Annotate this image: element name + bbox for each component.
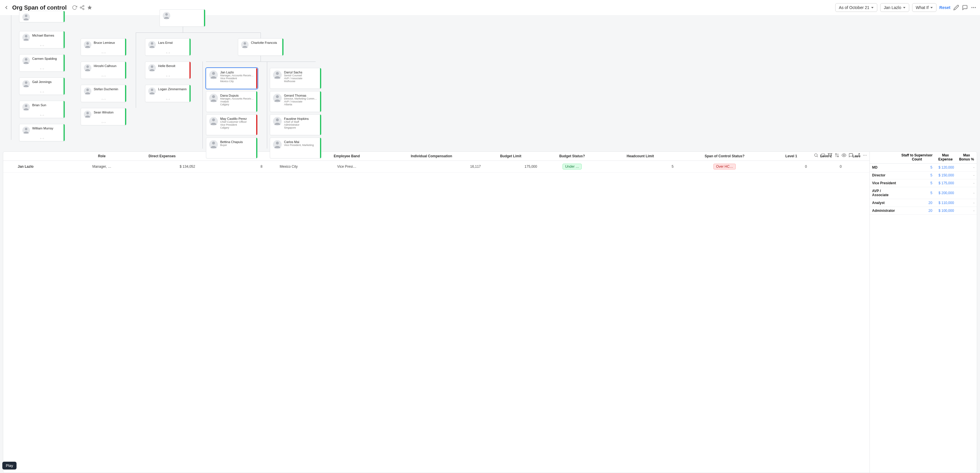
table-cell[interactable]: 0 [774, 161, 808, 173]
status-bar [282, 38, 283, 56]
table-row[interactable]: Vice President 5 $ 175,000 - [870, 179, 977, 187]
status-badge: Over HC… [713, 164, 736, 169]
column-header[interactable]: Max Expense [935, 152, 956, 163]
expand-stub[interactable]: ‹-› [166, 75, 170, 78]
column-header[interactable]: Budget Limit [482, 152, 539, 161]
expand-stub[interactable]: ‹-› [166, 51, 170, 54]
column-header[interactable] [3, 152, 76, 161]
star-icon[interactable] [87, 5, 92, 10]
org-card[interactable]: William Murray ‹-› [19, 124, 65, 141]
table-cell[interactable]: Mexico City [264, 161, 313, 173]
user-picker[interactable]: Jan Lazlo [880, 3, 909, 12]
summary-expense: $ 120,000 [935, 163, 956, 171]
org-card[interactable]: Dana Dupuis Manager, Accounts Receiv…Ana… [206, 91, 258, 112]
table-row[interactable]: Analyst 20 $ 110,000 - [870, 199, 977, 207]
expand-icon[interactable] [856, 153, 860, 158]
org-card[interactable]: Jan Lazlo Manager, Accounts Receiv…Vice … [206, 68, 258, 89]
table-cell[interactable]: 16,117 [380, 161, 482, 173]
org-card[interactable]: Logan Zimmermann ‹-› [145, 85, 191, 102]
expand-stub[interactable]: ‹-› [102, 121, 106, 124]
summary-count: 5 [899, 179, 935, 187]
org-card-role: Vice President, Marketing [284, 143, 313, 147]
org-card[interactable]: Faustine Hopkins Chief of StaffAdministr… [270, 114, 321, 135]
table-cell[interactable]: Vice Presi… [313, 161, 380, 173]
eye-icon[interactable] [842, 153, 846, 158]
edit-icon[interactable] [953, 5, 959, 10]
sort-icon[interactable] [835, 153, 839, 158]
table-row[interactable]: AVP / Associate 5 $ 200,000 - [870, 187, 977, 199]
table-cell[interactable] [843, 161, 869, 173]
org-card[interactable]: Brian Sun ‹-› [19, 101, 65, 118]
org-card-name: Gail Jennings [32, 80, 52, 84]
column-header[interactable]: Individual Compensation [380, 152, 482, 161]
share-icon[interactable] [80, 5, 85, 10]
column-header[interactable]: Role [76, 152, 127, 161]
column-header[interactable]: Span of Control Status? [675, 152, 774, 161]
comment-icon[interactable] [849, 153, 853, 158]
org-card[interactable]: Hiroshi Calhoun ‹-› [81, 62, 126, 79]
table-cell[interactable]: 175,000 [482, 161, 539, 173]
org-card[interactable]: Darryl Sachs Senior CounselAVP / Associa… [270, 68, 321, 89]
org-card[interactable]: Carlos Mai Vice President, Marketing [270, 137, 321, 158]
more-icon[interactable] [971, 5, 977, 10]
toggle-icon[interactable] [821, 153, 826, 158]
table-cell[interactable]: Under … [539, 161, 605, 173]
refresh-icon[interactable] [72, 5, 77, 10]
org-card[interactable]: Lars Ernst ‹-› [145, 38, 191, 56]
table-cell[interactable]: 0 [808, 161, 843, 173]
column-header[interactable]: Budget Status? [539, 152, 605, 161]
table-cell[interactable]: Jan Lazlo [3, 161, 76, 173]
whatif-picker[interactable]: What If [912, 3, 937, 12]
org-card[interactable]: Bruce Lemieux ‹-› [81, 38, 126, 56]
table-cell[interactable]: 8 [197, 161, 264, 173]
play-button[interactable]: Play [2, 462, 16, 470]
org-card[interactable]: Charlotte Francois [238, 38, 284, 56]
comment-icon[interactable] [962, 5, 968, 10]
filter-icon[interactable] [828, 153, 832, 158]
expand-stub[interactable]: ‹-› [40, 114, 44, 117]
table-row[interactable]: Jan LazloManager, …$ 134,0528Mexico City… [3, 161, 869, 173]
expand-stub[interactable]: ‹-› [166, 98, 170, 101]
table-cell[interactable]: Manager, … [76, 161, 127, 173]
expand-stub[interactable]: ‹-› [102, 51, 106, 54]
org-card[interactable]: Carmen Spalding ‹-› [19, 54, 65, 72]
expand-stub[interactable]: ‹-› [102, 75, 106, 78]
connector [136, 32, 261, 33]
expand-stub[interactable]: ‹-› [40, 91, 44, 94]
more-icon[interactable] [862, 153, 867, 158]
org-card[interactable] [19, 11, 65, 22]
column-header[interactable]: Level 1 [774, 152, 808, 161]
org-card[interactable]: Bettina Chapuis Buyer [206, 137, 258, 158]
column-header[interactable] [870, 152, 899, 163]
org-card[interactable]: Stefan Duchemin ‹-› [81, 85, 126, 102]
expand-stub[interactable]: ‹-› [40, 137, 44, 140]
table-row[interactable]: MD 5 $ 120,000 - [870, 163, 977, 171]
search-icon[interactable] [814, 153, 818, 158]
expand-stub[interactable]: ‹-› [102, 98, 106, 101]
svg-line-13 [817, 156, 818, 157]
org-card[interactable]: Helle Benoit ‹-› [145, 62, 191, 79]
org-card[interactable]: Gerard Thomas Director, Marketing Comm…A… [270, 91, 321, 112]
org-canvas[interactable]: Charlotte Francois RoleDirect ExpensesSp… [0, 15, 980, 473]
column-header[interactable]: Max Bonus % [956, 152, 977, 163]
table-row[interactable]: Director 5 $ 150,000 - [870, 171, 977, 179]
column-header[interactable]: Headcount Limit [606, 152, 675, 161]
reset-button[interactable]: Reset [939, 5, 950, 10]
column-header[interactable]: Staff to Supervisor Count [899, 152, 935, 163]
table-row[interactable]: Administrator 20 $ 100,000 - [870, 207, 977, 215]
back-icon[interactable] [3, 5, 9, 10]
expand-stub[interactable]: ‹-› [40, 44, 44, 47]
org-card[interactable]: Gail Jennings ‹-› [19, 78, 65, 95]
org-card[interactable]: May Castillo Perez Chief Customer Office… [206, 114, 258, 135]
summary-label: AVP / Associate [870, 187, 899, 199]
expand-stub[interactable]: ‹-› [40, 67, 44, 70]
date-picker[interactable]: As of October 21 [835, 3, 877, 12]
org-card[interactable]: Sean Winston ‹-› [81, 108, 126, 125]
column-header[interactable]: Employee Band [313, 152, 380, 161]
table-cell[interactable]: 5 [606, 161, 675, 173]
org-card[interactable] [159, 9, 205, 27]
org-card[interactable]: Michael Barnes ‹-› [19, 31, 65, 48]
column-header[interactable]: Direct Expenses [127, 152, 197, 161]
table-cell[interactable]: $ 134,052 [127, 161, 197, 173]
table-cell[interactable]: Over HC… [675, 161, 774, 173]
